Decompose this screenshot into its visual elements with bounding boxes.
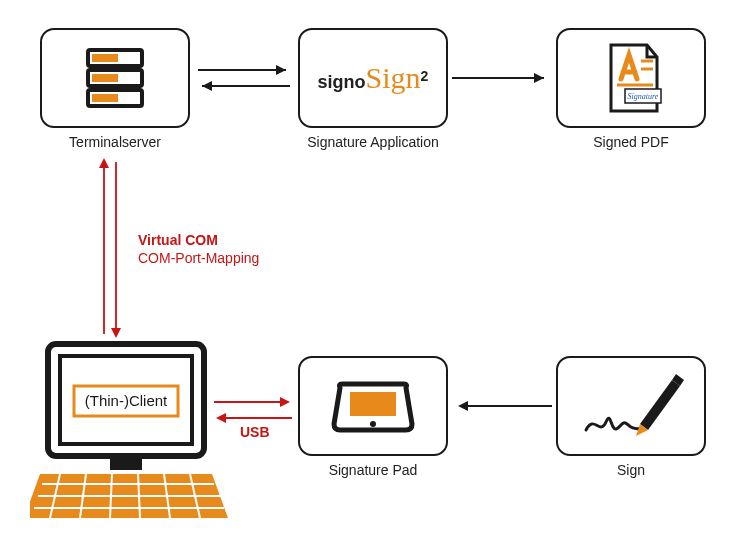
sign-label: Sign (551, 462, 711, 478)
logo-script: Sign (366, 61, 421, 94)
signed-pdf-label: Signed PDF (551, 134, 711, 150)
virtual-com-label-2: COM-Port-Mapping (138, 250, 259, 266)
thin-client-workstation: (Thin-)Client (30, 340, 230, 528)
arrow-virtual-com (96, 156, 126, 340)
svg-rect-13 (110, 456, 142, 470)
svg-marker-41 (458, 401, 468, 411)
arrow-app-pdf (448, 68, 556, 88)
sign-icon (576, 366, 686, 446)
server-icon (80, 46, 150, 110)
thin-client-label: (Thin-)Client (85, 392, 168, 409)
svg-marker-32 (99, 158, 109, 168)
svg-rect-4 (92, 74, 118, 82)
svg-rect-23 (350, 392, 396, 416)
node-signed-pdf: Signature (556, 28, 706, 128)
svg-marker-39 (216, 413, 226, 423)
node-sign (556, 356, 706, 456)
svg-point-24 (370, 421, 376, 427)
signature-app-label: Signature Application (293, 134, 453, 150)
arrow-server-app (190, 60, 298, 100)
svg-marker-30 (534, 73, 544, 83)
svg-marker-28 (202, 81, 212, 91)
terminalserver-label: Terminalserver (35, 134, 195, 150)
svg-rect-3 (92, 54, 118, 62)
node-signature-pad (298, 356, 448, 456)
arrow-sign-pad (448, 396, 556, 416)
node-signature-app: signoSign2 (298, 28, 448, 128)
svg-marker-35 (111, 328, 121, 338)
svg-marker-26 (276, 65, 286, 75)
signature-pad-label: Signature Pad (293, 462, 453, 478)
virtual-com-label-1: Virtual COM (138, 232, 218, 248)
node-terminalserver (40, 28, 190, 128)
logo-prefix: signo (318, 72, 366, 92)
svg-rect-5 (92, 94, 118, 102)
logo-sup: 2 (421, 68, 429, 84)
workstation-icon: (Thin-)Client (30, 340, 230, 525)
usb-label: USB (240, 424, 270, 440)
signature-pad-icon (330, 374, 416, 438)
document-icon: Signature (591, 39, 671, 117)
svg-marker-37 (280, 397, 290, 407)
signature-stamp-text: Signature (628, 92, 659, 101)
